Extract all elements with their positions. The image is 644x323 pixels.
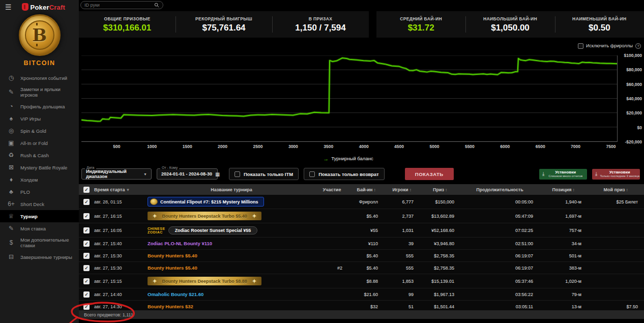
sort-icon: ↕ <box>409 188 412 192</box>
table-row[interactable]: ✓ авг. 27, 15:30 Bounty Hunters $5.40 $5… <box>79 250 644 262</box>
cell-position: 1,020-м <box>539 279 588 284</box>
select-all-checkbox[interactable]: ✓ <box>79 187 94 193</box>
sidebar-item-timeline[interactable]: ◷ Хронология событий <box>0 72 79 84</box>
x-tick-label: 4000 <box>359 144 369 149</box>
table-row[interactable]: ✓ авг. 27, 16:05 CHINESEZODIACZodiac Roo… <box>79 223 644 238</box>
y-tick-label: $40,000 <box>626 96 642 101</box>
cell-prize: $1,967.13 <box>420 292 460 297</box>
cell-tournament-name: Zodiac PLO-NL Bounty ¥110 <box>148 241 315 246</box>
hamburger-menu-icon[interactable]: ☰ <box>5 3 12 11</box>
table-row[interactable]: ✓ авг. 28, 01:15 Continental Flipout #7:… <box>79 195 644 209</box>
x-tick-label: 7000 <box>571 144 580 149</box>
row-checkbox[interactable]: ✓ <box>79 213 94 219</box>
dollar-icon: $ <box>7 240 16 246</box>
chart-x-axis: 5001000150020002500300035004000450050005… <box>81 144 618 150</box>
export-red-subtitle: Только последние 3 месяца <box>600 174 639 178</box>
column-header[interactable]: Мой приз↕ <box>588 187 644 192</box>
star-icon: ✦ <box>153 213 157 219</box>
chart-legend: → Турнирный баланс <box>79 156 618 161</box>
cell-duration: 02:51:00 <box>460 241 539 246</box>
column-header[interactable]: Время старта▼ <box>94 187 148 192</box>
sidebar-item-plo[interactable]: ♣ PLO <box>0 186 79 198</box>
column-header[interactable]: Название турнира <box>148 187 315 192</box>
cell-players: 555 <box>384 253 420 258</box>
y-tick-label: $100,000 <box>624 53 642 58</box>
bitcoin-coin: B <box>19 14 61 56</box>
sidebar-item-dollar[interactable]: $ Мои дополнительные ставки <box>0 234 79 251</box>
sidebar-item-stake[interactable]: ✎ Моя ставка <box>0 222 79 234</box>
column-header[interactable]: Позиция↕ <box>539 187 588 192</box>
table-row[interactable]: ✓ авг. 27, 16:15 ✦Bounty Hunters Deepsta… <box>79 209 644 223</box>
sidebar-item-notes-tags[interactable]: ✎ Заметки и ярлыки игроков <box>0 84 79 100</box>
allin-icon: ▣ <box>7 140 16 146</box>
cell-players: 6,777 <box>384 199 420 204</box>
show-button[interactable]: ПОКАЗАТЬ <box>405 168 454 180</box>
refund-checkbox-box[interactable] <box>309 171 315 177</box>
row-checkbox[interactable]: ✓ <box>79 253 94 259</box>
row-checkbox[interactable]: ✓ <box>79 278 94 284</box>
sidebar-item-cards[interactable]: ♠ VIP Игры <box>0 112 79 125</box>
search-input[interactable] <box>84 3 154 8</box>
cell-start-time: авг. 27, 14:40 <box>94 292 148 297</box>
x-tick-label: 1000 <box>147 144 157 149</box>
filter-bar: Дата Индивидуальный диапазон ▼ От - Кому… <box>79 166 644 182</box>
tournament-banner: ✦Bounty Hunters Deepstack Turbo $5.40✦ <box>148 212 261 220</box>
help-icon[interactable]: ? <box>635 43 641 49</box>
sidebar-item-spin[interactable]: ◎ Spin & Gold <box>0 125 79 137</box>
sidebar-item-allin[interactable]: ▣ All-In or Fold <box>0 137 79 149</box>
column-header[interactable]: Бай-ин↕ <box>348 187 384 192</box>
sidebar-item-shortdeck[interactable]: 6+ Short Deck <box>0 198 79 210</box>
x-tick-label: 6000 <box>500 144 510 149</box>
cell-prize: $15,139.01 <box>420 279 460 284</box>
search-icon[interactable] <box>154 3 159 8</box>
x-tick-label: 5500 <box>465 144 475 149</box>
sidebar-item-holdem[interactable]: ♦ Холдем <box>0 173 79 186</box>
column-header[interactable]: Продолжительность <box>460 187 539 192</box>
x-tick-label: 3500 <box>324 144 333 149</box>
table-row[interactable]: ✓ авг. 27, 15:15 ✦Bounty Hunters Deepsta… <box>79 274 644 288</box>
date-range-input[interactable]: От - Кому 2024-01-01 - 2024-08-30 ▦ <box>157 168 218 180</box>
sidebar-item-trophy[interactable]: ♕ Турнир <box>0 210 79 222</box>
column-header[interactable]: Игроки↕ <box>384 187 420 192</box>
column-header[interactable]: Приз↕ <box>420 187 460 192</box>
row-checkbox[interactable]: ✓ <box>79 304 94 310</box>
cell-buyin: $21.60 <box>348 292 384 297</box>
itm-checkbox-box[interactable] <box>235 171 240 177</box>
export-settings-green-button[interactable]: ⤓ Установки Слишком много отчетов <box>539 169 587 180</box>
y-tick-label: $80,000 <box>626 67 642 72</box>
notes-tags-icon: ✎ <box>7 89 16 95</box>
exclude-freerolls-checkbox[interactable] <box>578 43 583 49</box>
tournament-banner: ✦Bounty Hunters Deepstack Turbo $8.88✦ <box>148 277 261 285</box>
sidebar-item-finished[interactable]: ⊟ Завершенные турниры <box>0 251 79 263</box>
refund-checkbox-label: Показать только возврат <box>318 171 379 177</box>
row-checkbox[interactable]: ✓ <box>79 265 94 271</box>
sidebar-item-gauge[interactable]: ◔ Профиль дольщика <box>0 100 79 112</box>
table-header-row: ✓ Время старта▼Название турнираУчастиеБа… <box>79 184 644 195</box>
cell-tournament-name: ✦Bounty Hunters Deepstack Turbo $8.88✦ <box>148 277 315 285</box>
cell-players: 51 <box>384 304 420 309</box>
sidebar-item-rush[interactable]: ♻ Rush & Cash <box>0 149 79 161</box>
pokercraft-logo: PokerCraft <box>22 3 65 12</box>
calendar-icon[interactable]: ▦ <box>215 171 220 177</box>
row-checkbox[interactable]: ✓ <box>79 241 94 247</box>
row-checkbox[interactable]: ✓ <box>79 291 94 298</box>
cell-position: 1,697-м <box>539 214 588 219</box>
table-row[interactable]: ✓ авг. 27, 15:40 Zodiac PLO-NL Bounty ¥1… <box>79 238 644 250</box>
stat-cell: НАИБОЛЬШИЙ БАЙ-ИН $1,050.00 <box>465 11 554 38</box>
itm-only-checkbox[interactable]: Показать только ITM <box>229 168 299 180</box>
sidebar-item-battle[interactable]: ⊠ Mystery Battle Royale <box>0 161 79 173</box>
holdem-icon: ♦ <box>7 177 16 183</box>
cell-duration: 03:56:22 <box>460 292 539 297</box>
hand-id-search[interactable] <box>80 1 163 9</box>
export-settings-red-button[interactable]: ⤓ Установки Только последние 3 месяца <box>592 169 640 180</box>
refund-only-checkbox[interactable]: Показать только возврат <box>304 168 385 180</box>
export-green-subtitle: Слишком много отчетов <box>548 174 582 178</box>
date-mode-select[interactable]: Дата Индивидуальный диапазон ▼ <box>81 168 152 180</box>
row-checkbox[interactable]: ✓ <box>79 227 94 233</box>
table-row[interactable]: ✓ авг. 27, 15:30 Bounty Hunters $5.40 #2… <box>79 262 644 274</box>
cell-prize: $150,000 <box>420 199 460 204</box>
row-checkbox[interactable]: ✓ <box>79 199 94 205</box>
sidebar: ☰ PokerCraft B BITCOIN ◷ Хронология собы… <box>0 0 79 323</box>
table-row[interactable]: ✓ авг. 27, 14:40 Omaholic Bounty $21.60 … <box>79 288 644 301</box>
column-header[interactable]: Участие <box>315 187 348 192</box>
